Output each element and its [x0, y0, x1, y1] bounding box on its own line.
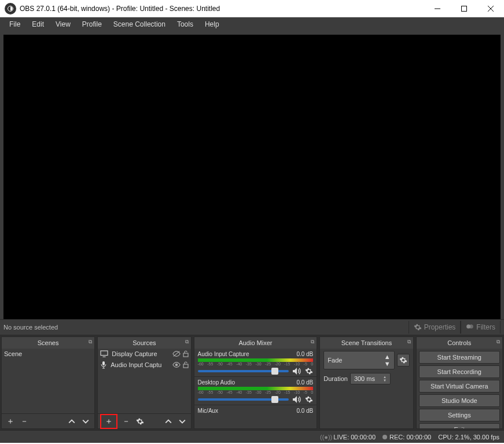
svg-point-6 [469, 324, 473, 328]
sources-header: Sources⧉ [98, 337, 190, 349]
source-properties-button[interactable] [134, 415, 146, 428]
channel-name: Audio Input Capture [198, 351, 249, 357]
start-streaming-button[interactable]: Start Streaming [419, 351, 500, 364]
status-bar: ((●))LIVE: 00:00:00 REC: 00:00:00 CPU: 2… [0, 430, 504, 443]
volume-slider[interactable] [198, 398, 289, 401]
menu-help[interactable]: Help [199, 18, 225, 30]
speaker-icon[interactable] [292, 367, 301, 375]
status-rec: REC: 00:00:00 [389, 434, 431, 441]
add-source-button[interactable]: ＋ [102, 415, 115, 428]
titlebar: OBS 27.0.1 (64-bit, windows) - Profile: … [0, 0, 504, 17]
window-title: OBS 27.0.1 (64-bit, windows) - Profile: … [20, 5, 220, 13]
menu-profile[interactable]: Profile [76, 18, 108, 30]
exit-button[interactable]: Exit [419, 423, 500, 428]
mixer-channel: Mic/Aux0.0 dB [194, 405, 317, 415]
properties-button[interactable]: Properties [409, 321, 461, 334]
popout-icon[interactable]: ⧉ [407, 339, 411, 345]
channel-name: Mic/Aux [198, 408, 219, 414]
spin-arrows-icon: ▲▼ [384, 353, 391, 367]
move-source-up-button[interactable] [162, 415, 175, 428]
remove-scene-button[interactable]: － [18, 415, 31, 428]
svg-rect-11 [102, 361, 105, 365]
channel-db: 0.0 dB [296, 408, 313, 414]
svg-rect-2 [462, 6, 467, 11]
volume-slider[interactable] [198, 370, 289, 372]
audio-meter [198, 387, 314, 390]
lock-icon[interactable] [183, 361, 189, 368]
audio-meter [198, 358, 314, 362]
move-source-down-button[interactable] [176, 415, 189, 428]
menu-file[interactable]: File [3, 18, 26, 30]
scenes-header: Scenes⧉ [2, 337, 94, 349]
meter-ticks: -60-55-50-45-40-35-30-25-20-15-10-50 [198, 390, 314, 394]
menu-scene-collection[interactable]: Scene Collection [108, 18, 171, 30]
settings-button[interactable]: Settings [419, 409, 500, 421]
close-button[interactable] [477, 0, 504, 17]
visibility-visible-icon[interactable] [172, 361, 181, 368]
scene-transitions-header: Scene Transitions⧉ [320, 337, 413, 349]
controls-header: Controls⧉ [417, 337, 502, 349]
start-virtual-camera-button[interactable]: Start Virtual Camera [419, 380, 500, 393]
move-scene-down-button[interactable] [79, 415, 92, 428]
transition-dropdown[interactable]: Fade ▲▼ [323, 351, 394, 369]
remove-source-button[interactable]: － [120, 415, 133, 428]
rec-dot-icon [382, 435, 387, 439]
channel-db: 0.0 dB [296, 379, 313, 386]
menu-tools[interactable]: Tools [171, 18, 199, 30]
monitor-icon [100, 350, 108, 357]
transition-properties-button[interactable] [397, 354, 410, 367]
popout-icon[interactable]: ⧉ [311, 339, 314, 345]
channel-name: Desktop Audio [198, 379, 236, 386]
visibility-hidden-icon[interactable] [172, 350, 181, 357]
duration-label: Duration [323, 375, 348, 382]
broadcast-icon: ((●)) [320, 434, 332, 441]
svg-rect-10 [183, 353, 188, 357]
source-item-display-capture[interactable]: Display Capture [98, 349, 190, 359]
menu-bar: File Edit View Profile Scene Collection … [0, 17, 504, 31]
popout-icon[interactable]: ⧉ [185, 339, 189, 345]
scene-item[interactable]: Scene [2, 349, 94, 359]
scene-transitions-dock: Scene Transitions⧉ Fade ▲▼ Duration 300 … [319, 336, 413, 429]
channel-settings-icon[interactable] [305, 367, 313, 375]
scenes-dock: Scenes⧉ Scene ＋ － [1, 336, 95, 429]
svg-rect-13 [183, 364, 188, 368]
mixer-channel: Desktop Audio0.0 dB -60-55-50-45-40-35-3… [194, 376, 317, 405]
add-scene-button[interactable]: ＋ [4, 415, 17, 428]
audio-mixer-header: Audio Mixer⧉ [194, 337, 317, 349]
filters-button[interactable]: Filters [461, 321, 501, 334]
menu-edit[interactable]: Edit [26, 18, 50, 30]
status-live: LIVE: 00:00:00 [333, 434, 376, 441]
controls-dock: Controls⧉ Start Streaming Start Recordin… [416, 336, 503, 429]
mixer-channel: Audio Input Capture0.0 dB -60-55-50-45-4… [194, 349, 317, 376]
add-source-highlight: ＋ [100, 414, 117, 429]
status-cpu: CPU: 2.1%, 30.00 fps [438, 434, 499, 441]
meter-ticks: -60-55-50-45-40-35-30-25-20-15-10-50 [198, 362, 314, 366]
channel-settings-icon[interactable] [305, 395, 313, 404]
preview-canvas[interactable] [3, 35, 501, 319]
svg-point-12 [175, 364, 178, 366]
studio-mode-button[interactable]: Studio Mode [419, 394, 500, 407]
audio-mixer-dock: Audio Mixer⧉ Audio Input Capture0.0 dB -… [194, 336, 318, 429]
svg-rect-7 [101, 351, 108, 356]
popout-icon[interactable]: ⧉ [89, 339, 92, 345]
sources-dock: Sources⧉ Display Capture Audio Input Cap… [97, 336, 191, 429]
speaker-icon[interactable] [292, 395, 301, 404]
start-recording-button[interactable]: Start Recording [419, 365, 500, 378]
spin-arrows-icon: ▲▼ [383, 375, 387, 382]
preview-container [0, 31, 504, 319]
source-item-audio-input[interactable]: Audio Input Captu [98, 359, 190, 371]
duration-spinbox[interactable]: 300 ms ▲▼ [350, 373, 391, 384]
obs-logo-icon [5, 3, 16, 14]
source-toolbar: No source selected Properties Filters [0, 319, 504, 335]
menu-view[interactable]: View [50, 18, 76, 30]
minimize-button[interactable] [424, 0, 451, 17]
maximize-button[interactable] [451, 0, 477, 17]
mic-icon [100, 361, 107, 369]
lock-icon[interactable] [183, 350, 189, 357]
no-source-label: No source selected [3, 324, 58, 331]
move-scene-up-button[interactable] [65, 415, 78, 428]
channel-db: 0.0 dB [296, 351, 313, 357]
popout-icon[interactable]: ⧉ [496, 339, 500, 345]
